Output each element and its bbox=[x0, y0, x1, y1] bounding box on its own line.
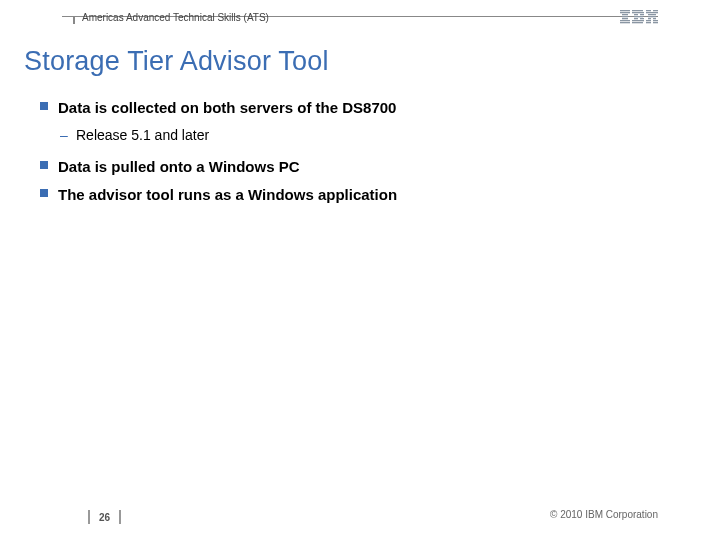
square-bullet-icon bbox=[40, 161, 48, 169]
svg-rect-24 bbox=[653, 16, 656, 17]
bullet-level-1: Data is pulled onto a Windows PC bbox=[40, 157, 680, 177]
svg-rect-16 bbox=[646, 10, 651, 11]
svg-rect-4 bbox=[622, 18, 628, 19]
page-number: 26 bbox=[88, 510, 121, 524]
bullet-text: Data is collected on both servers of the… bbox=[58, 99, 396, 116]
dash-bullet-icon: – bbox=[60, 126, 68, 145]
svg-rect-9 bbox=[634, 14, 638, 15]
header-org-label: Americas Advanced Technical Skills (ATS) bbox=[82, 12, 269, 23]
svg-rect-20 bbox=[648, 14, 652, 15]
svg-rect-8 bbox=[632, 12, 644, 13]
svg-rect-13 bbox=[640, 18, 644, 19]
page-number-value: 26 bbox=[93, 512, 116, 523]
svg-rect-3 bbox=[622, 16, 628, 17]
svg-rect-5 bbox=[620, 20, 630, 21]
footer-tick-icon bbox=[119, 510, 121, 524]
svg-rect-26 bbox=[653, 18, 656, 19]
footer-tick-icon bbox=[88, 510, 90, 524]
svg-rect-12 bbox=[634, 18, 638, 19]
svg-rect-17 bbox=[653, 10, 658, 11]
svg-rect-10 bbox=[640, 14, 644, 15]
bullet-text: Data is pulled onto a Windows PC bbox=[58, 158, 300, 175]
svg-rect-19 bbox=[652, 12, 658, 13]
ibm-logo-icon bbox=[620, 10, 658, 29]
slide-content: Data is collected on both servers of the… bbox=[40, 98, 680, 214]
slide: Americas Advanced Technical Skills (ATS) bbox=[0, 0, 720, 540]
bullet-level-2: – Release 5.1 and later bbox=[40, 126, 680, 145]
svg-rect-11 bbox=[634, 16, 643, 17]
copyright-text: © 2010 IBM Corporation bbox=[550, 509, 658, 520]
bullet-level-1: Data is collected on both servers of the… bbox=[40, 98, 680, 118]
slide-footer: 26 © 2010 IBM Corporation bbox=[0, 502, 720, 526]
svg-rect-25 bbox=[648, 18, 651, 19]
svg-rect-27 bbox=[646, 20, 651, 21]
svg-rect-1 bbox=[620, 12, 630, 13]
slide-title: Storage Tier Advisor Tool bbox=[24, 46, 329, 77]
svg-rect-29 bbox=[646, 22, 651, 23]
svg-rect-30 bbox=[653, 22, 658, 23]
bullet-text: Release 5.1 and later bbox=[76, 127, 209, 143]
svg-rect-23 bbox=[651, 16, 653, 17]
svg-rect-15 bbox=[632, 22, 643, 23]
bullet-level-1: The advisor tool runs as a Windows appli… bbox=[40, 185, 680, 205]
svg-rect-0 bbox=[620, 10, 630, 11]
square-bullet-icon bbox=[40, 189, 48, 197]
svg-rect-7 bbox=[632, 10, 643, 11]
svg-rect-18 bbox=[646, 12, 652, 13]
svg-rect-14 bbox=[632, 20, 644, 21]
svg-rect-22 bbox=[648, 16, 651, 17]
bullet-text: The advisor tool runs as a Windows appli… bbox=[58, 186, 397, 203]
svg-rect-28 bbox=[653, 20, 658, 21]
header-tick bbox=[73, 16, 75, 24]
svg-rect-2 bbox=[622, 14, 628, 15]
square-bullet-icon bbox=[40, 102, 48, 110]
slide-header: Americas Advanced Technical Skills (ATS) bbox=[0, 0, 720, 32]
svg-rect-21 bbox=[652, 14, 656, 15]
svg-rect-6 bbox=[620, 22, 630, 23]
